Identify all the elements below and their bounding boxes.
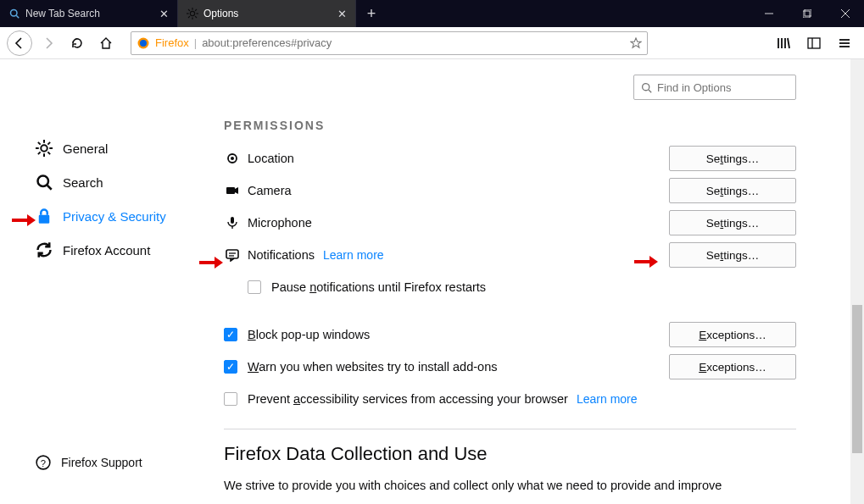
sidebar-item-sync[interactable]: Firefox Account (0, 233, 190, 267)
forward-button[interactable] (36, 30, 61, 56)
svg-line-35 (47, 142, 50, 145)
svg-rect-22 (808, 38, 820, 48)
lock-icon (36, 208, 53, 224)
urlbar[interactable]: Firefox | about:preferences#privacy (131, 31, 648, 55)
checkbox-pause-notifications[interactable] (248, 280, 261, 294)
permission-label: Location (248, 152, 669, 165)
svg-rect-48 (226, 250, 238, 258)
gear-icon (36, 140, 53, 157)
sidebar-button[interactable] (801, 30, 827, 56)
svg-text:?: ? (41, 458, 46, 468)
vertical-scrollbar[interactable] (850, 59, 864, 504)
permissions-header: PERMISSIONS (224, 119, 796, 136)
svg-line-10 (195, 9, 197, 11)
checkbox-warn-addons[interactable]: ✓ (224, 360, 237, 374)
home-button[interactable] (93, 30, 119, 56)
exceptions-button-addons[interactable]: Exceptions… (669, 354, 796, 379)
scrollbar-thumb[interactable] (852, 305, 862, 453)
help-icon: ? (36, 455, 51, 470)
checkbox-block-popups[interactable]: ✓ (224, 328, 237, 341)
svg-line-34 (38, 152, 41, 154)
menu-button[interactable] (832, 30, 857, 56)
svg-point-27 (41, 145, 47, 152)
svg-point-17 (140, 40, 147, 47)
checkbox-label: Block pop-up windows (248, 328, 669, 341)
search-icon (641, 82, 652, 93)
permission-label: Microphone (248, 216, 669, 230)
window-maximize[interactable] (788, 0, 826, 27)
svg-line-7 (188, 9, 190, 11)
close-icon[interactable]: ✕ (335, 7, 348, 20)
sidebar-item-search[interactable]: Search (0, 165, 190, 199)
find-in-options[interactable]: Find in Options (633, 75, 796, 100)
sidebar-item-label: General (63, 141, 108, 156)
svg-line-1 (16, 15, 19, 18)
tab-label: Options (203, 8, 330, 19)
back-button[interactable] (7, 30, 32, 56)
checkbox-prevent-a11y[interactable] (224, 392, 237, 406)
svg-rect-38 (39, 215, 50, 224)
firefox-icon (137, 36, 150, 50)
svg-line-21 (788, 38, 789, 48)
divider (224, 429, 796, 429)
settings-button-notifications[interactable]: Settings… (669, 242, 796, 268)
svg-point-2 (190, 11, 194, 15)
sidebar-item-label: Search (63, 175, 103, 190)
content: General Search Privacy & Security Firefo… (0, 59, 864, 504)
gear-icon (187, 8, 198, 19)
permissions-section: PERMISSIONS Location Settings… Camera Se… (224, 119, 796, 494)
sidebar-item-label: Firefox Account (63, 243, 150, 258)
sidebar-item-label: Privacy & Security (63, 209, 166, 224)
reload-button[interactable] (64, 30, 90, 56)
navbar: Firefox | about:preferences#privacy (0, 27, 864, 59)
learn-more-link[interactable]: Learn more (577, 392, 638, 406)
settings-button-camera[interactable]: Settings… (669, 178, 796, 203)
settings-button-location[interactable]: Settings… (669, 146, 796, 171)
settings-button-microphone[interactable]: Settings… (669, 210, 796, 235)
permission-row-camera: Camera Settings… (224, 174, 796, 207)
search-icon (36, 174, 53, 191)
svg-point-36 (38, 176, 49, 187)
prevent-a11y-row: Prevent accessibility services from acce… (224, 383, 796, 415)
exceptions-button-popups[interactable]: Exceptions… (669, 322, 796, 347)
svg-rect-46 (231, 217, 234, 224)
tab-options[interactable]: Options ✕ (178, 0, 356, 27)
url-text: about:preferences#privacy (202, 36, 625, 49)
svg-point-41 (643, 83, 649, 90)
learn-more-link[interactable]: Learn more (323, 248, 384, 262)
sidebar-item-privacy[interactable]: Privacy & Security (0, 199, 190, 233)
checkbox-label: Pause notifications until Firefox restar… (271, 280, 486, 294)
bookmark-star-icon[interactable] (630, 37, 642, 49)
block-popups-row: ✓ Block pop-up windows Exceptions… (224, 318, 796, 351)
tab-label: New Tab Search (25, 8, 152, 19)
new-tab-button[interactable]: + (356, 0, 387, 27)
svg-line-42 (649, 89, 651, 91)
svg-line-33 (47, 152, 50, 154)
microphone-icon (224, 216, 241, 230)
data-collection-text: We strive to provide you with choices an… (224, 477, 796, 494)
data-collection-heading: Firefox Data Collection and Use (224, 443, 796, 465)
svg-rect-45 (226, 187, 235, 194)
close-icon[interactable]: ✕ (157, 7, 170, 20)
svg-line-37 (47, 186, 52, 190)
svg-point-44 (231, 157, 234, 160)
checkbox-label: Warn you when websites try to install ad… (248, 360, 669, 374)
sidebar-item-general[interactable]: General (0, 131, 190, 165)
category-sidebar: General Search Privacy & Security Firefo… (0, 59, 190, 504)
camera-icon (224, 184, 241, 197)
svg-line-32 (38, 142, 41, 145)
svg-line-9 (188, 16, 190, 18)
pause-notifications-row: Pause notifications until Firefox restar… (248, 271, 796, 303)
identity-label: Firefox (155, 36, 189, 49)
sidebar-footer-support[interactable]: ? Firefox Support (0, 446, 142, 479)
permission-row-location: Location Settings… (224, 142, 796, 174)
notification-icon (224, 248, 241, 262)
location-icon (224, 152, 241, 165)
library-button[interactable] (771, 30, 796, 56)
tab-new-tab-search[interactable]: New Tab Search ✕ (0, 0, 178, 27)
window-close[interactable] (826, 0, 864, 27)
svg-rect-13 (805, 9, 811, 16)
svg-rect-12 (803, 11, 810, 18)
window-minimize[interactable] (750, 0, 788, 27)
permission-label: Camera (248, 184, 669, 197)
